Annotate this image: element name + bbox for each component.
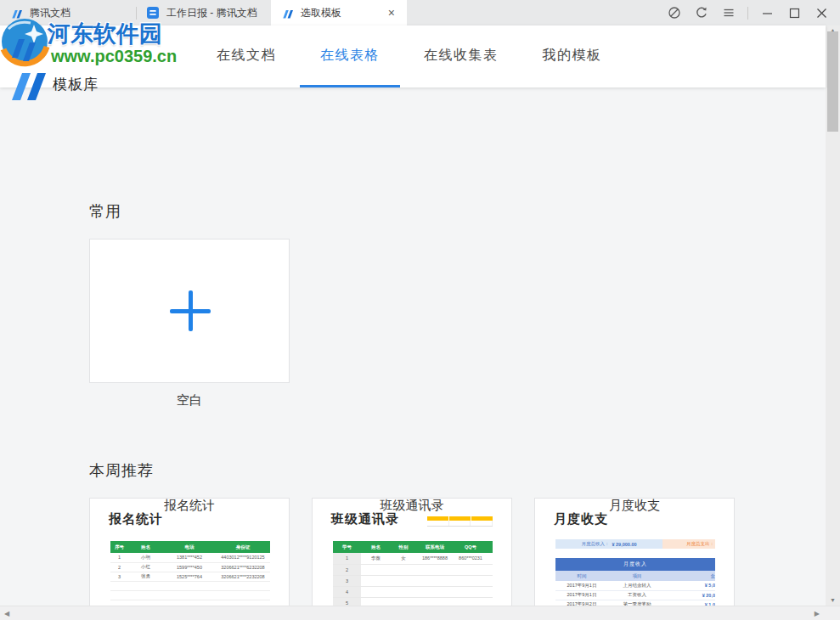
page-title: 模板库 — [53, 75, 99, 94]
tab-select-template-active[interactable]: 选取模板 × — [271, 0, 407, 25]
window-tab-bar: 腾讯文档 工作日报 - 腾讯文档 选取模板 × — [0, 0, 840, 25]
section-heading-weekly: 本周推荐 — [89, 460, 154, 481]
blank-template-caption: 空白 — [89, 392, 290, 409]
document-icon — [147, 7, 159, 19]
template-card-registration[interactable]: 报名统计 序号姓名电话身份证 1小明1381****4524403012****… — [89, 498, 290, 620]
template-caption-contacts: 班级通讯录 — [312, 498, 512, 514]
blank-template-card[interactable] — [89, 239, 290, 383]
nav-my-templates[interactable]: 我的模板 — [522, 25, 623, 87]
budget-summary-strip: 月度总收入：¥ 29,000.00 月度总支出： — [555, 539, 715, 549]
budget-table-title: 月度收入 — [555, 558, 715, 571]
menu-icon[interactable] — [715, 0, 742, 25]
template-card-contacts[interactable]: 班级通讯录 学号姓名性别联系电话QQ号 1李薇女186****8888860**… — [312, 498, 512, 620]
income-total: 月度总收入：¥ 29,000.00 — [555, 539, 662, 549]
tencent-docs-logo-icon — [10, 7, 22, 19]
tab-label: 选取模板 — [301, 6, 341, 20]
template-gallery-content: 常用 空白 本周推荐 报名统计 序号姓名电话身份证 1小明1381****452… — [0, 87, 826, 606]
template-caption-budget: 月度收支 — [534, 498, 735, 514]
scroll-down-icon[interactable]: ▼ — [826, 597, 840, 603]
section-heading-common: 常用 — [89, 201, 121, 222]
template-caption-registration: 报名统计 — [89, 498, 290, 514]
tab-close-icon[interactable]: × — [386, 7, 397, 19]
nav-online-sheets[interactable]: 在线表格 — [300, 25, 400, 87]
tab-label: 腾讯文档 — [30, 6, 70, 20]
template-gallery-header: 模板库 在线文档 在线表格 在线收集表 我的模板 — [0, 25, 826, 87]
template-type-nav: 在线文档 在线表格 在线收集表 我的模板 — [196, 25, 623, 87]
tencent-docs-logo-icon — [5, 61, 46, 105]
tencent-docs-logo-icon — [281, 7, 293, 19]
vertical-scrollbar-thumb[interactable] — [827, 31, 838, 132]
scroll-right-icon[interactable]: ▶ — [815, 610, 820, 617]
vertical-scrollbar[interactable]: ▲ ▼ — [826, 25, 840, 606]
window-controls — [661, 0, 835, 25]
tab-work-daily[interactable]: 工作日报 - 腾讯文档 — [137, 0, 271, 25]
refresh-icon[interactable] — [688, 0, 715, 25]
close-button[interactable] — [808, 0, 835, 25]
minimize-button[interactable] — [753, 0, 781, 25]
tab-tencent-docs[interactable]: 腾讯文档 — [0, 0, 136, 25]
nav-online-forms[interactable]: 在线收集表 — [403, 25, 519, 87]
maximize-button[interactable] — [781, 0, 808, 25]
template-card-budget[interactable]: 月度收支 月度总收入：¥ 29,000.00 月度总支出： 月度收入 时间项目金… — [534, 498, 735, 620]
horizontal-scrollbar[interactable]: ◀ ▶ — [0, 606, 840, 620]
controls-separator — [747, 7, 748, 20]
mini-summary-table — [427, 516, 493, 527]
nav-online-docs[interactable]: 在线文档 — [196, 25, 296, 87]
expense-total: 月度总支出： — [662, 539, 715, 549]
plus-icon — [170, 290, 211, 331]
scroll-left-icon[interactable]: ◀ — [4, 610, 9, 617]
tab-label: 工作日报 - 腾讯文档 — [166, 6, 257, 20]
stop-icon[interactable] — [661, 0, 688, 25]
